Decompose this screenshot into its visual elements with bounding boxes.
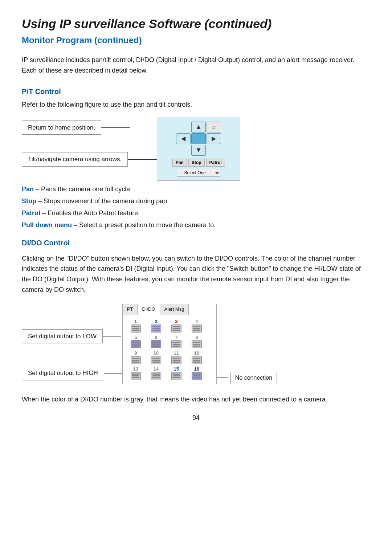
dido-callout-column: Set digital output to LOW Set digital ou… [22, 329, 122, 380]
dido-cell-12: 12 [187, 350, 207, 365]
pt-line-1 [101, 127, 130, 128]
pt-widget: ▲ ⌂ ◀ ▶ ▼ Pan Stop Patrol -- Select One … [157, 117, 240, 181]
dido-num-5: 5 [134, 335, 137, 340]
pt-callout-row-2: Tilt/navigate camera using arrows. [22, 152, 157, 167]
dido-callout-high: Set digital output to HIGH [22, 366, 104, 380]
dido-callout-row-high: Set digital output to HIGH [22, 366, 122, 380]
stop-button[interactable]: Stop [188, 159, 205, 167]
arrow-right-btn[interactable]: ▶ [207, 133, 221, 144]
tab-pt[interactable]: PT [123, 304, 138, 315]
pan-term: Pan [22, 185, 34, 193]
patrol-desc: Enables the Auto Patrol feature. [48, 209, 140, 217]
intro-paragraph: IP surveillance includes pan/tilt contro… [22, 55, 370, 76]
dido-num-11: 11 [174, 350, 179, 356]
dido-switch-2[interactable] [151, 325, 161, 332]
dido-channel-grid: 1 2 3 4 5 6 [123, 315, 216, 383]
page-number: 94 [22, 413, 370, 423]
dido-diagram: Set digital output to LOW Set digital ou… [22, 304, 370, 384]
dido-switch-14[interactable] [151, 372, 161, 380]
pan-button[interactable]: Pan [172, 159, 187, 167]
no-connection-area: No connection [217, 304, 277, 384]
dido-num-4: 4 [195, 319, 198, 325]
dido-num-3: 3 [175, 319, 177, 325]
pt-callout-column: Return to home position. Tilt/navigate c… [22, 121, 157, 173]
dido-num-12: 12 [194, 350, 199, 356]
stop-desc: Stops movement of the camera during pan. [44, 197, 169, 205]
dido-switch-16[interactable] [192, 372, 202, 380]
dido-switch-12[interactable] [192, 356, 202, 364]
dido-num-6: 6 [155, 335, 157, 340]
pt-features-list: Pan – Pans the camera one full cycle. St… [22, 184, 370, 230]
dido-num-13: 13 [133, 366, 138, 372]
page-subtitle: Monitor Program (continued) [22, 34, 370, 47]
dido-switch-5[interactable] [131, 340, 141, 348]
page-main-title: Using IP surveillance Software (continue… [22, 15, 370, 33]
dido-tabs: PT DI/DO Alert Msg [123, 304, 216, 315]
pt-callout-row-1: Return to home position. [22, 121, 157, 135]
arrow-left-btn[interactable]: ◀ [176, 133, 191, 144]
dido-num-15: 15 [174, 366, 179, 372]
dido-switch-7[interactable] [171, 340, 181, 348]
dido-cell-10: 10 [146, 350, 166, 365]
dido-num-7: 7 [175, 335, 177, 340]
patrol-term: Patrol [22, 209, 40, 217]
dido-cell-3: 3 [166, 318, 187, 333]
title-text: Using IP surveillance Software (continue… [22, 17, 271, 30]
dido-cell-16: 16 [187, 366, 207, 381]
pt-list-item-stop: Stop – Stops movement of the camera duri… [22, 196, 370, 206]
dido-num-14: 14 [154, 366, 159, 372]
pan-desc: Pans the camera one full cycle. [41, 185, 132, 193]
dido-cell-14: 14 [146, 366, 166, 381]
dido-cell-15: 15 [166, 366, 187, 381]
dido-cell-4: 4 [187, 318, 207, 333]
pt-line-2 [128, 159, 157, 160]
home-btn[interactable]: ⌂ [207, 122, 221, 132]
dido-switch-15[interactable] [171, 372, 181, 380]
dido-switch-4[interactable] [192, 325, 202, 332]
pt-list-item-patrol: Patrol – Enables the Auto Patrol feature… [22, 208, 370, 218]
tab-dido[interactable]: DI/DO [138, 304, 160, 315]
dido-line-low [103, 336, 121, 337]
dido-switch-9[interactable] [131, 356, 141, 364]
stop-term: Stop [22, 197, 36, 205]
tab-alertmsg[interactable]: Alert Msg [160, 304, 189, 315]
pt-list-item-pan: Pan – Pans the camera one full cycle. [22, 184, 370, 194]
dido-num-8: 8 [195, 335, 198, 340]
dido-num-1: 1 [134, 319, 137, 325]
pt-control-heading: P/T Control [22, 86, 370, 97]
dido-cell-1: 1 [126, 318, 146, 333]
pt-buttons-row: Pan Stop Patrol [172, 159, 225, 167]
dido-cell-7: 7 [166, 334, 187, 349]
dido-switch-3[interactable] [171, 325, 181, 332]
dido-switch-13[interactable] [131, 372, 141, 380]
pt-callout-arrows: Tilt/navigate camera using arrows. [22, 152, 128, 167]
dido-switch-6[interactable] [151, 340, 161, 348]
dido-num-10: 10 [154, 350, 159, 356]
dido-switch-11[interactable] [171, 356, 181, 364]
pt-arrow-grid: ▲ ⌂ ◀ ▶ ▼ [176, 122, 221, 156]
patrol-button[interactable]: Patrol [206, 159, 225, 167]
pt-diagram: Return to home position. Tilt/navigate c… [22, 117, 370, 181]
dido-cell-2: 2 [146, 318, 166, 333]
dido-callout-row-low: Set digital output to LOW [22, 329, 122, 344]
empty-bl [176, 145, 191, 156]
pt-list-item-pulldown: Pull down menu – Select a preset positio… [22, 220, 370, 230]
pulldown-desc: Select a preset position to move the cam… [79, 221, 216, 229]
arrow-up-btn[interactable]: ▲ [191, 122, 206, 132]
arrow-center-btn[interactable] [191, 133, 206, 144]
dido-switch-10[interactable] [151, 356, 161, 364]
dido-switch-1[interactable] [131, 325, 141, 332]
patrol-dash: – [42, 209, 46, 217]
pan-dash: – [36, 185, 39, 193]
arrow-down-btn[interactable]: ▼ [191, 145, 206, 156]
preset-position-select[interactable]: -- Select One -- [177, 169, 220, 177]
dido-cell-8: 8 [187, 334, 207, 349]
pulldown-term: Pull down menu [22, 221, 72, 229]
dido-switch-8[interactable] [192, 340, 202, 348]
pt-description: Refer to the following figure to use the… [22, 100, 370, 110]
empty-tl [176, 122, 191, 132]
dido-callout-low: Set digital output to LOW [22, 329, 103, 344]
pt-callout-home: Return to home position. [22, 121, 101, 135]
bottom-paragraph: When the color of a DI/DO number is gray… [22, 394, 370, 405]
noconn-line [217, 378, 228, 378]
